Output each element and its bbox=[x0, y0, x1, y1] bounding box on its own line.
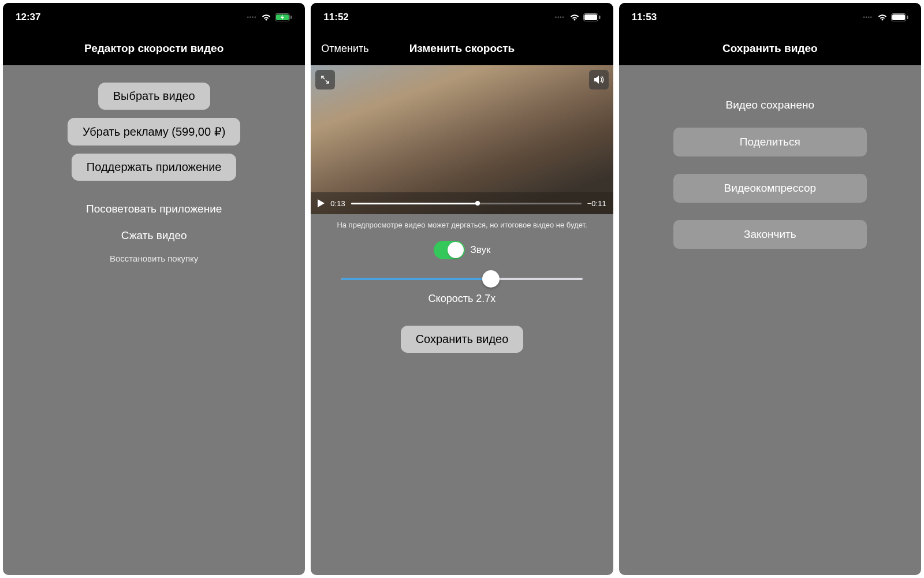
signal-dots-icon: •••• bbox=[247, 14, 257, 20]
page-title: Редактор скорости видео bbox=[84, 42, 223, 55]
signal-dots-icon: •••• bbox=[863, 14, 873, 20]
screen-saved: 11:53 •••• Сохранить видео Видео сохране… bbox=[619, 3, 921, 575]
status-time: 11:52 bbox=[323, 12, 348, 23]
mute-button[interactable] bbox=[589, 70, 609, 90]
status-time: 11:53 bbox=[632, 12, 657, 23]
video-frame[interactable]: 0:13 −0:11 bbox=[311, 65, 613, 214]
remove-ads-button[interactable]: Убрать рекламу (599,00 ₽) bbox=[68, 118, 240, 146]
sound-toggle[interactable] bbox=[434, 241, 465, 259]
wifi-icon bbox=[261, 13, 271, 21]
status-time: 12:37 bbox=[16, 12, 40, 23]
main-content: Выбрать видео Убрать рекламу (599,00 ₽) … bbox=[3, 65, 305, 575]
cancel-button[interactable]: Отменить bbox=[321, 43, 368, 55]
battery-icon bbox=[891, 13, 908, 21]
slider-knob bbox=[482, 270, 500, 288]
svg-rect-8 bbox=[907, 16, 908, 19]
screen-editor: 11:52 •••• Отменить Изменить скорость bbox=[311, 3, 613, 575]
signal-dots-icon: •••• bbox=[555, 14, 565, 20]
remaining-time: −0:11 bbox=[587, 199, 606, 208]
status-bar: 12:37 •••• bbox=[3, 3, 305, 32]
editor-controls: Звук Скорость 2.7x Сохранить видео bbox=[311, 234, 613, 575]
nav-bar: Отменить Изменить скорость bbox=[311, 32, 613, 65]
battery-icon bbox=[583, 13, 601, 21]
sound-toggle-row: Звук bbox=[434, 241, 491, 259]
speaker-icon bbox=[594, 75, 604, 84]
save-video-button[interactable]: Сохранить видео bbox=[401, 326, 524, 353]
page-title: Сохранить видео bbox=[722, 42, 818, 55]
seek-fill bbox=[351, 203, 478, 204]
status-bar: 11:52 •••• bbox=[311, 3, 613, 32]
toggle-knob bbox=[448, 242, 464, 258]
play-button[interactable] bbox=[318, 199, 325, 207]
fullscreen-button[interactable] bbox=[315, 70, 335, 90]
status-right: •••• bbox=[555, 13, 601, 21]
svg-rect-7 bbox=[892, 14, 905, 20]
status-right: •••• bbox=[247, 13, 293, 21]
support-app-button[interactable]: Поддержать приложение bbox=[72, 154, 237, 181]
screen-main: 12:37 •••• Редактор скорости видео Выбра… bbox=[3, 3, 305, 575]
expand-icon bbox=[321, 75, 330, 84]
seek-knob bbox=[475, 201, 480, 206]
video-preview: 0:13 −0:11 bbox=[311, 65, 613, 214]
nav-bar: Редактор скорости видео bbox=[3, 32, 305, 65]
preview-hint: На предпросмотре видео может дергаться, … bbox=[311, 214, 613, 234]
status-right: •••• bbox=[863, 13, 908, 21]
status-bar: 11:53 •••• bbox=[619, 3, 921, 32]
recommend-link[interactable]: Посоветовать приложение bbox=[86, 203, 222, 215]
sound-label: Звук bbox=[471, 244, 491, 256]
saved-message: Видео сохранено bbox=[726, 99, 815, 111]
speed-value-label: Скорость 2.7x bbox=[429, 293, 496, 305]
seek-slider[interactable] bbox=[351, 203, 582, 204]
elapsed-time: 0:13 bbox=[330, 199, 345, 208]
select-video-button[interactable]: Выбрать видео bbox=[98, 83, 210, 110]
slider-fill bbox=[341, 278, 491, 280]
restore-purchase-link[interactable]: Восстановить покупку bbox=[110, 253, 198, 263]
wifi-icon bbox=[877, 13, 888, 21]
svg-rect-5 bbox=[599, 16, 601, 19]
svg-rect-4 bbox=[584, 14, 597, 20]
finish-button[interactable]: Закончить bbox=[673, 220, 867, 249]
nav-bar: Сохранить видео bbox=[619, 32, 921, 65]
speed-slider-wrap bbox=[341, 278, 583, 280]
speed-slider[interactable] bbox=[341, 278, 583, 280]
share-button[interactable]: Поделиться bbox=[673, 128, 867, 156]
video-controls: 0:13 −0:11 bbox=[311, 192, 613, 214]
wifi-icon bbox=[569, 13, 580, 21]
battery-charging-icon bbox=[275, 13, 292, 21]
page-title: Изменить скорость bbox=[409, 42, 515, 55]
compress-link[interactable]: Сжать видео bbox=[121, 229, 187, 242]
compressor-button[interactable]: Видеокомпрессор bbox=[673, 174, 867, 203]
svg-rect-2 bbox=[290, 16, 292, 19]
saved-content: Видео сохранено Поделиться Видеокомпресс… bbox=[619, 65, 921, 575]
